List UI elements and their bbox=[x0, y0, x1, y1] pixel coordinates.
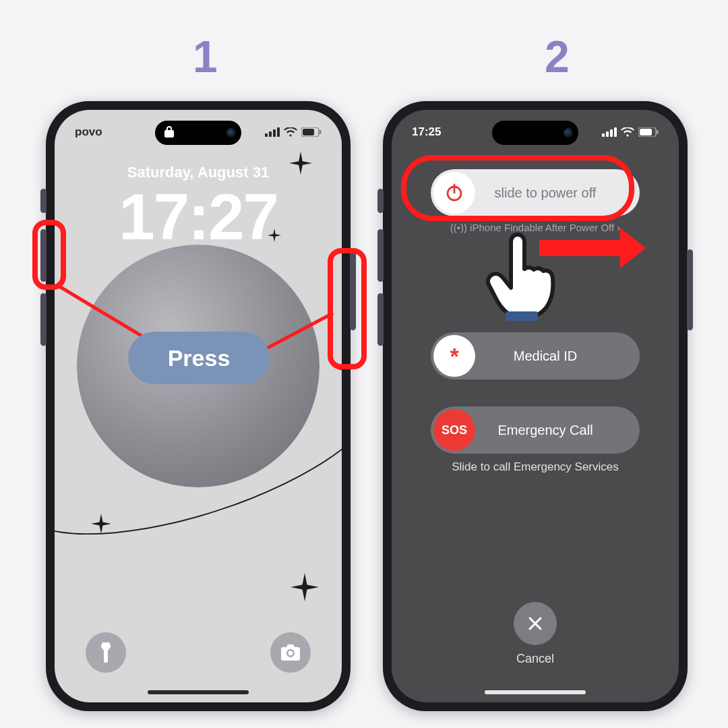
power-button-highlight-annotation bbox=[328, 248, 367, 369]
svg-rect-1 bbox=[303, 129, 314, 135]
sparkle-icon bbox=[91, 514, 111, 534]
ring-silent-switch[interactable] bbox=[377, 189, 384, 213]
ring-silent-switch[interactable] bbox=[40, 189, 47, 213]
home-indicator[interactable] bbox=[148, 690, 249, 694]
medical-id-slider[interactable]: * Medical ID bbox=[431, 332, 640, 380]
svg-rect-4 bbox=[640, 129, 652, 135]
pointing-hand-icon bbox=[485, 229, 559, 326]
phone-1: povo Saturday, August 31 17:27 bbox=[46, 101, 351, 711]
cellular-signal-icon bbox=[265, 127, 280, 137]
status-bar: povo bbox=[55, 122, 342, 142]
sparkle-icon bbox=[291, 573, 319, 601]
svg-rect-8 bbox=[506, 311, 538, 321]
power-off-slider-highlight-annotation bbox=[401, 155, 634, 221]
step-1-label: 1 bbox=[193, 31, 218, 82]
step-2-label: 2 bbox=[545, 31, 570, 82]
volume-up-highlight-annotation bbox=[32, 220, 66, 290]
lock-date: Saturday, August 31 bbox=[55, 164, 342, 181]
lock-time: 17:27 bbox=[55, 180, 342, 254]
svg-rect-5 bbox=[657, 130, 659, 134]
carrier-text: povo bbox=[75, 125, 102, 139]
sos-icon: SOS bbox=[433, 409, 475, 451]
lock-screen: povo Saturday, August 31 17:27 bbox=[55, 110, 342, 702]
svg-rect-2 bbox=[320, 130, 322, 134]
status-bar: 17:25 bbox=[392, 122, 679, 142]
wifi-icon bbox=[284, 127, 297, 138]
side-power-button[interactable] bbox=[687, 249, 693, 330]
flashlight-button[interactable] bbox=[86, 632, 126, 673]
close-icon bbox=[514, 602, 557, 645]
asterisk-icon: * bbox=[433, 335, 475, 377]
emergency-call-label: Emergency Call bbox=[478, 423, 640, 438]
battery-icon bbox=[301, 127, 322, 137]
location-icon: ((•)) bbox=[450, 222, 467, 233]
status-time: 17:25 bbox=[412, 125, 441, 139]
cellular-signal-icon bbox=[602, 127, 617, 137]
cancel-label: Cancel bbox=[516, 652, 554, 666]
volume-down-button[interactable] bbox=[377, 293, 384, 346]
sos-hint-text: Slide to call Emergency Services bbox=[392, 460, 679, 474]
volume-up-button[interactable] bbox=[377, 229, 384, 282]
press-callout: Press bbox=[128, 332, 270, 384]
emergency-sos-slider[interactable]: SOS Emergency Call bbox=[431, 406, 640, 454]
camera-button[interactable] bbox=[270, 632, 311, 673]
wifi-icon bbox=[621, 127, 634, 138]
volume-down-button[interactable] bbox=[40, 293, 47, 346]
home-indicator[interactable] bbox=[485, 690, 586, 694]
battery-icon bbox=[638, 127, 659, 137]
medical-id-label: Medical ID bbox=[478, 348, 640, 364]
cancel-button[interactable]: Cancel bbox=[514, 602, 557, 666]
